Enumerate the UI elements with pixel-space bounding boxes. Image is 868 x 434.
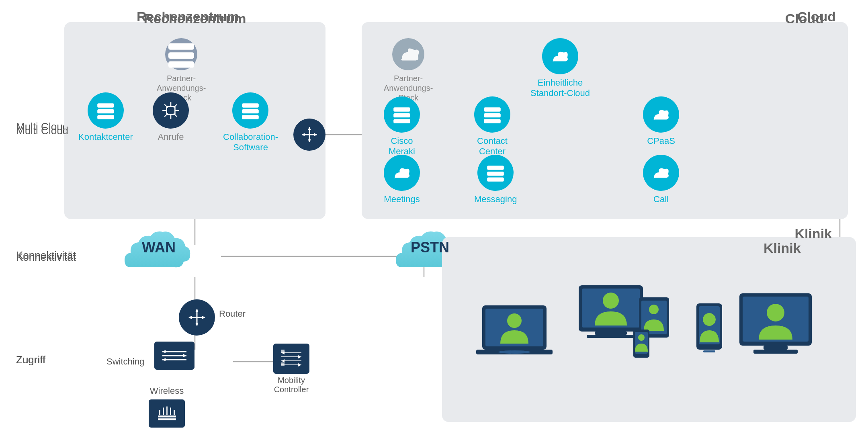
einheitliche-icon <box>542 38 578 74</box>
svg-rect-35 <box>393 107 410 111</box>
klinik-title-static: Klinik <box>764 240 801 256</box>
svg-rect-14 <box>97 103 114 107</box>
kontaktcenter-label: Kontaktcenter <box>78 132 133 142</box>
konnektivitaet-text: Konnektivität <box>16 251 76 264</box>
wireless-group: Wireless <box>149 386 185 428</box>
partner-stack-dc-icon <box>165 38 197 70</box>
klinik-box: Klinik <box>442 237 856 422</box>
svg-marker-79 <box>183 354 186 357</box>
routing-circle-mid <box>293 119 326 151</box>
rechenzentrum-box: Rechenzentrum Partner-Anwendungs-Stack <box>64 22 326 219</box>
svg-point-62 <box>703 313 716 326</box>
switching-label: Switching <box>106 356 144 367</box>
svg-marker-80 <box>162 358 166 361</box>
svg-rect-90 <box>281 362 285 366</box>
meetings-icon <box>384 155 420 191</box>
laptop-device-group <box>474 301 555 370</box>
svg-rect-89 <box>281 350 285 353</box>
svg-rect-52 <box>595 332 627 335</box>
meetings-group: Meetings <box>384 155 420 205</box>
svg-rect-53 <box>587 335 635 338</box>
call-group: Call <box>643 155 679 205</box>
messaging-label: Messaging <box>474 194 517 205</box>
svg-point-51 <box>603 293 619 309</box>
wan-cloud-group: WAN <box>119 223 199 256</box>
svg-rect-37 <box>393 119 410 123</box>
anrufe-group: Anrufe <box>153 92 189 142</box>
svg-rect-68 <box>753 350 798 354</box>
svg-point-48 <box>498 350 530 354</box>
svg-rect-28 <box>242 115 259 119</box>
contact-center-group: ContactCenter <box>474 96 510 157</box>
rechenzentrum-title-static: Rechenzentrum <box>137 9 239 25</box>
svg-marker-31 <box>308 127 311 130</box>
cisco-meraki-label: CiscoMeraki <box>389 136 415 157</box>
monitor-icon <box>735 289 816 366</box>
messaging-group: Messaging <box>474 155 517 205</box>
svg-rect-42 <box>487 172 504 176</box>
partner-stack-cloud-group: Partner-Anwendungs-Stack <box>384 38 433 102</box>
mobility-controller-group: MobilityController <box>273 344 309 394</box>
cloud-title-static: Cloud <box>797 9 836 25</box>
svg-rect-43 <box>487 177 504 181</box>
cisco-meraki-group: CiscoMeraki <box>384 96 420 157</box>
cpaas-label: CPaaS <box>647 136 675 146</box>
svg-point-59 <box>638 334 645 341</box>
call-label: Call <box>653 194 669 205</box>
phone-icon <box>693 301 725 370</box>
phone-device-group <box>693 301 725 370</box>
collab-software-label: Collaboration-Software <box>223 132 278 153</box>
meetings-label: Meetings <box>384 194 420 205</box>
svg-marker-78 <box>162 350 166 353</box>
diagram-container: Multi Cloud Konnektivität Zugriff Rechen… <box>0 0 868 434</box>
svg-point-56 <box>649 305 659 314</box>
svg-marker-86 <box>298 355 301 358</box>
svg-rect-13 <box>168 61 194 68</box>
laptop-icon <box>474 301 555 370</box>
router-label: Router <box>219 309 246 319</box>
svg-marker-34 <box>314 133 317 136</box>
einheitliche-label: EinheitlicheStandort-Cloud <box>530 78 590 99</box>
svg-marker-74 <box>202 316 205 319</box>
svg-marker-73 <box>188 316 192 319</box>
svg-rect-91 <box>158 416 176 418</box>
mobility-icon <box>273 344 309 374</box>
cisco-meraki-icon <box>384 96 420 133</box>
zugriff-text: Zugriff <box>16 354 45 366</box>
multi-device-icon <box>571 277 675 370</box>
svg-marker-88 <box>298 363 301 366</box>
svg-rect-39 <box>484 113 501 117</box>
contact-center-icon <box>474 96 510 133</box>
svg-rect-38 <box>484 107 501 111</box>
svg-marker-71 <box>195 309 199 312</box>
einheitliche-group: EinheitlicheStandort-Cloud <box>530 38 590 99</box>
svg-rect-67 <box>764 346 788 350</box>
svg-rect-36 <box>393 113 410 117</box>
svg-rect-26 <box>242 103 259 107</box>
monitor-device-group <box>735 289 816 366</box>
cpaas-icon <box>643 96 679 133</box>
router-circle <box>179 299 215 336</box>
svg-rect-15 <box>97 109 114 113</box>
switching-icon <box>150 342 194 382</box>
multi-cloud-text: Multi Cloud <box>16 125 68 137</box>
collab-software-group: Collaboration-Software <box>223 92 278 153</box>
svg-rect-11 <box>168 43 194 50</box>
svg-rect-17 <box>167 106 175 115</box>
switching-group: Switching <box>106 342 194 382</box>
svg-marker-87 <box>281 359 285 362</box>
mobility-label: MobilityController <box>274 376 309 394</box>
wireless-icon <box>149 399 185 428</box>
svg-rect-63 <box>703 350 715 352</box>
svg-marker-32 <box>308 139 311 142</box>
anrufe-icon <box>153 92 189 129</box>
svg-rect-12 <box>168 52 194 59</box>
collab-software-icon <box>232 92 268 129</box>
multi-device-group <box>571 277 675 370</box>
kontaktcenter-group: Kontaktcenter <box>78 92 133 142</box>
svg-point-66 <box>767 304 784 321</box>
cpaas-group: CPaaS <box>643 96 679 146</box>
wan-label: WAN <box>142 239 176 256</box>
kontaktcenter-icon <box>88 92 124 129</box>
call-icon <box>643 155 679 191</box>
